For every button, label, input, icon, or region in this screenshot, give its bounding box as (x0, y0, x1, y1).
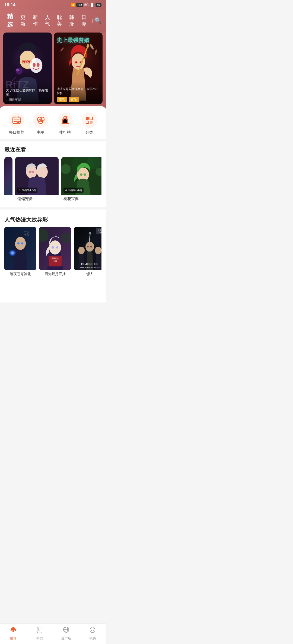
svg-point-5 (37, 63, 40, 67)
recent-title-2: 桃花宝典 (61, 195, 101, 203)
nav-item-jingxuan[interactable]: 精选 (4, 12, 18, 29)
category-icon (82, 113, 97, 128)
nav-item-xinzuo[interactable]: 新作 (30, 14, 42, 27)
hot-card-img-2: BLADES OF THE GUARDIANS 许先生 作品 (74, 227, 101, 270)
recent-card-2[interactable]: 450话/454话 桃花宝典 (61, 157, 101, 203)
search-icon[interactable]: 🔍 (94, 17, 101, 24)
svg-point-47 (84, 173, 86, 176)
nav-divider: | (92, 18, 93, 24)
quick-icon-daily[interactable]: 每日推荐 (9, 113, 24, 135)
banner-right-desc-area: 沈浪穿越异世成为财主家的小白脸赘 连载 冒险 (54, 82, 103, 104)
nav-item-gengxin[interactable]: 更新 (18, 14, 30, 27)
quick-icon-category[interactable]: 分类 (82, 113, 97, 135)
hot-card-img-1: 武器店的 天孤 (39, 227, 71, 270)
svg-text:作品: 作品 (24, 233, 29, 236)
status-bar: 18:14 📶 HD 5G ▐▌ 49 (0, 0, 106, 10)
svg-point-69 (56, 246, 58, 249)
svg-point-11 (16, 69, 19, 72)
quick-icons: 每日推荐 书单 排行榜 分类 (0, 106, 106, 139)
nav-item-danmei[interactable]: 耽美 (54, 14, 66, 27)
svg-point-38 (29, 171, 31, 173)
svg-text:作品: 作品 (98, 231, 101, 233)
hot-card-2[interactable]: BLADES OF THE GUARDIANS 许先生 作品 镖人 (74, 227, 101, 276)
svg-text:BLADES OF: BLADES OF (81, 262, 98, 266)
svg-rect-80 (89, 232, 91, 234)
daily-label: 每日推荐 (9, 130, 24, 135)
svg-text:许先: 许先 (24, 231, 29, 233)
hot-card-title-0: 暗夜苍穹神化 (4, 272, 36, 276)
nav-item-hanman[interactable]: 韩漫 (66, 14, 79, 27)
network-label: 5G (84, 3, 89, 7)
banner-right-desc-text: 沈浪穿越异世成为财主家的小白脸赘 (57, 87, 100, 95)
svg-point-81 (78, 247, 85, 254)
svg-point-78 (90, 246, 92, 247)
banner-right-title: 史上最强赘婿 (57, 37, 100, 43)
ranking-label: 排行榜 (59, 130, 71, 135)
bottom-spacer (0, 281, 106, 302)
header-nav: 精选 更新 新作 人气 耽美 韩漫 日漫 | 🔍 (0, 10, 106, 33)
svg-point-68 (52, 246, 54, 249)
svg-point-63 (11, 252, 14, 254)
hot-card-0[interactable]: 许先 作品 暗夜苍穹神化 (4, 227, 36, 276)
banner-tag-1[interactable]: 冒险 (69, 97, 79, 102)
svg-point-46 (80, 173, 82, 176)
hot-card-title-1: 因为我是开挂 (39, 272, 71, 276)
banner-area: RiTZ 为了拯救心爱的妹妹，杨希发誓… 、周日更新 (0, 33, 106, 108)
recent-scroll: 139话/147话 偏偏宠爱 (4, 157, 101, 205)
hd-label: HD (76, 3, 83, 7)
recent-section-title: 最近在看 (4, 146, 101, 153)
recent-title-1: 偏偏宠爱 (15, 195, 59, 203)
hot-card-title-2: 镖人 (74, 272, 101, 276)
nav-item-riman[interactable]: 日漫 (79, 14, 91, 27)
recent-progress-1: 139话/147话 (17, 188, 37, 193)
recent-card-1[interactable]: 139话/147话 偏偏宠爱 (15, 157, 59, 203)
ranking-icon (58, 113, 73, 128)
svg-point-13 (28, 61, 30, 63)
svg-point-4 (33, 63, 36, 67)
recent-card-0[interactable] (4, 157, 12, 203)
quick-icon-booklist[interactable]: 书单 (33, 113, 48, 135)
svg-text:天孤: 天孤 (53, 260, 57, 262)
svg-point-59 (17, 242, 20, 244)
banner-left-subtext: 、周日更新 (6, 98, 49, 102)
booklist-label: 书单 (37, 130, 44, 135)
banner-left-desc: 为了拯救心爱的妹妹，杨希发誓… 、周日更新 (3, 83, 52, 104)
battery-level: 49 (95, 3, 101, 7)
banner-right-tags: 连载 冒险 (57, 97, 100, 102)
svg-rect-33 (90, 117, 93, 120)
svg-text:许先生: 许先生 (98, 229, 101, 231)
hot-section: 人气热漫大放异彩 (0, 212, 106, 281)
svg-point-12 (23, 61, 26, 63)
svg-point-76 (85, 242, 94, 252)
quick-icon-ranking[interactable]: 排行榜 (58, 113, 73, 135)
hot-grid: 许先 作品 暗夜苍穹神化 (4, 227, 101, 276)
hot-card-1[interactable]: 武器店的 天孤 因为我是开挂 (39, 227, 71, 276)
main-content: 每日推荐 书单 排行榜 分类 最近在看 (0, 106, 106, 302)
banner-left-text: 为了拯救心爱的妹妹，杨希发誓… (6, 88, 49, 97)
banner-right[interactable]: 史上最强赘婿 沈浪穿越异世成为财主家的小白脸赘 连载 冒险 (54, 33, 103, 104)
banner-tag-0[interactable]: 连载 (57, 97, 67, 102)
recent-section: 最近在看 (0, 141, 106, 207)
svg-text:THE GUARDIANS: THE GUARDIANS (80, 266, 100, 269)
svg-point-19 (76, 62, 77, 63)
hot-section-title: 人气热漫大放异彩 (4, 216, 101, 223)
banner-right-title-area: 史上最强赘婿 (57, 37, 100, 43)
status-icons: 📶 HD 5G ▐▌ 49 (71, 3, 101, 7)
svg-point-39 (31, 171, 34, 173)
nav-item-renqi[interactable]: 人气 (42, 14, 55, 27)
booklist-icon (33, 113, 48, 128)
daily-icon (9, 113, 24, 128)
svg-point-67 (49, 240, 61, 255)
separator-1 (0, 139, 106, 141)
banner-title-text: 史上最强赘婿 (57, 37, 100, 43)
status-time: 18:14 (4, 2, 15, 7)
svg-point-10 (15, 68, 22, 75)
banner-left[interactable]: RiTZ 为了拯救心爱的妹妹，杨希发誓… 、周日更新 (3, 33, 52, 104)
hd-badge: 📶 (71, 3, 75, 7)
svg-point-3 (30, 58, 42, 73)
signal-icon: ▐▌ (90, 3, 94, 7)
recent-progress-2: 450话/454话 (63, 188, 84, 193)
svg-rect-32 (86, 117, 89, 120)
svg-rect-35 (90, 121, 93, 124)
category-label: 分类 (85, 130, 93, 135)
